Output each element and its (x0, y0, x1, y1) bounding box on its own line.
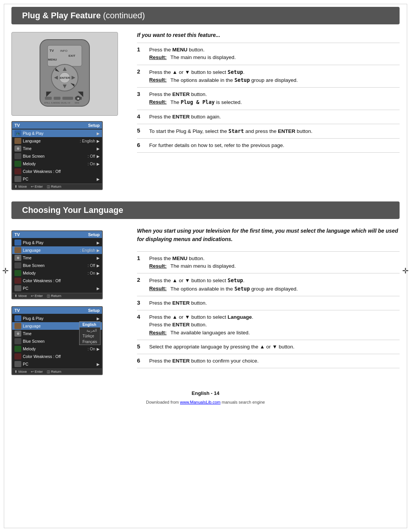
section2-left: TV Setup Plug & Play ▶ Language : Englis… (11, 227, 126, 375)
menu-icon-6 (14, 168, 21, 174)
step-1-4: 4 Press the ENTER button again. (137, 110, 400, 124)
step-content: Press the ENTER button again. (149, 113, 400, 121)
step-content: Press the ▲ or ▼ button to select Setup.… (149, 68, 400, 85)
svg-text:DUAL I-II: DUAL I-II (61, 102, 70, 104)
step-content: Press the ▲ or ▼ button to select Setup.… (149, 276, 400, 293)
menu2-icon-7 (14, 285, 21, 291)
step-num: 5 (137, 127, 144, 134)
svg-text:INFO: INFO (60, 49, 67, 53)
step-num: 2 (137, 276, 144, 283)
footer-return: ◫ Return (47, 185, 62, 189)
tv-menu-1: TV Setup 📺 Plug & Play ▶ Language : Engl… (11, 121, 103, 190)
tv-menu-3-body: Plug & Play ▶ Language : English العربية… (12, 314, 102, 369)
step-content: Press the ENTER button. Result: The Plug… (149, 91, 400, 107)
menu2-row-language: Language : English ▶ (12, 246, 102, 254)
step-1-3: 3 Press the ENTER button. Result: The Pl… (137, 87, 400, 110)
step-num: 5 (137, 343, 144, 350)
section2-intro: When you start using your television for… (137, 227, 400, 244)
page-number: English - 14 (192, 390, 220, 396)
step-num: 3 (137, 299, 144, 306)
download-link[interactable]: www.ManualsLib.com (180, 400, 220, 404)
setup-label-3: Setup (88, 308, 100, 313)
step-content: Press the MENU button. Result: The main … (149, 255, 400, 270)
menu3-icon-7 (14, 361, 21, 367)
menu-icon-1: 📺 (14, 130, 21, 136)
section2-title: Choosing Your Language (22, 205, 389, 215)
page-footer: English - 14 (0, 387, 411, 400)
step-num: 6 (137, 142, 144, 148)
cross-right-marker: ✛ (402, 266, 409, 275)
step-2-6: 6 Press the ENTER button to confirm your… (137, 354, 400, 368)
cross-left-marker: ✛ (2, 266, 9, 275)
menu2-row-time: ⚙ Time ▶ (12, 254, 102, 262)
svg-rect-17 (62, 97, 73, 100)
menu-icon-2 (14, 138, 21, 144)
menu3-row-pc: PC ▶ (12, 360, 102, 368)
svg-text:◉: ◉ (77, 97, 80, 100)
menu-row-plug-play: 📺 Plug & Play ▶ (12, 129, 102, 137)
step-2-4: 4 Press the ▲ or ▼ button to select Lang… (137, 310, 400, 340)
tv-menu-3: TV Setup Plug & Play ▶ Language : (11, 306, 103, 375)
section2-right: When you start using your television for… (137, 227, 400, 375)
step-num: 3 (137, 91, 144, 97)
menu-row-pc: PC ▶ (12, 175, 102, 183)
menu3-icon-2 (14, 323, 21, 329)
svg-text:S.MODE: S.MODE (51, 102, 60, 104)
svg-rect-15 (45, 97, 52, 100)
menu3-row-language: Language : English العربية Türkçe França… (12, 322, 102, 330)
section2-steps: 1 Press the MENU button. Result: The mai… (137, 251, 400, 369)
menu-row-melody: Melody : On ▶ (12, 160, 102, 168)
svg-text:MENU: MENU (48, 58, 57, 61)
section2-header: Choosing Your Language (11, 201, 400, 219)
menu3-row-colorweakness: Color Weakness : Off (12, 353, 102, 360)
step-num: 1 (137, 255, 144, 261)
tv-label-1: TV (14, 123, 20, 128)
step-content: Press the MENU button. Result: The main … (149, 46, 400, 62)
menu2-row-pc: PC ▶ (12, 284, 102, 292)
step-content: Press the ENTER button. (149, 299, 400, 307)
section1-steps: 1 Press the MENU button. Result: The mai… (137, 43, 400, 153)
menu-row-colorweakness: Color Weakness : Off (12, 168, 102, 175)
tv-label-3: TV (14, 308, 20, 313)
svg-text:STILL: STILL (44, 102, 51, 104)
menu-row-blue-screen: Blue Screen : Off ▶ (12, 152, 102, 160)
step-num: 4 (137, 113, 144, 120)
menu3-icon-5 (14, 346, 21, 352)
footer-move: ⬆ Move (14, 185, 27, 189)
section2-content: TV Setup Plug & Play ▶ Language : Englis… (0, 219, 411, 383)
section1-content: TV INFO MENU EXIT ENTER (0, 24, 411, 198)
menu2-icon-3: ⚙ (14, 255, 21, 261)
step-1-5: 5 To start the Plug & Play, select the S… (137, 124, 400, 138)
lang-english: English (80, 322, 100, 328)
menu2-row-colorweakness: Color Weakness : Off (12, 277, 102, 284)
setup-label-2: Setup (88, 232, 100, 237)
menu-icon-5 (14, 161, 21, 167)
step-2-5: 5 Select the appropriate language by pre… (137, 340, 400, 354)
menu-row-language: Language : English ▶ (12, 137, 102, 145)
menu3-icon-6 (14, 353, 21, 359)
menu2-icon-6 (14, 278, 21, 284)
step-1-1: 1 Press the MENU button. Result: The mai… (137, 43, 400, 65)
tv-menu-2-footer: ⬆ Move ↩ Enter ◫ Return (12, 293, 102, 299)
tv-menu-1-body: 📺 Plug & Play ▶ Language : English ▶ ⚙ T… (12, 129, 102, 184)
two-menus-container: TV Setup Plug & Play ▶ Language : Englis… (11, 227, 126, 375)
step-num: 4 (137, 313, 144, 320)
menu2-icon-5 (14, 270, 21, 276)
tv-menu-2: TV Setup Plug & Play ▶ Language : Englis… (11, 230, 103, 299)
menu-icon-7 (14, 176, 21, 182)
menu3-row-melody: Melody : On ▶ (12, 345, 102, 353)
menu-icon-4 (14, 153, 21, 159)
step-content: Select the appropriate language by press… (149, 343, 400, 351)
menu3-icon-3: ⚙ (14, 331, 21, 337)
tv-menu-3-header: TV Setup (12, 307, 102, 314)
menu2-row-blue: Blue Screen : Off ▶ (12, 262, 102, 269)
download-suffix: manuals search engine (220, 400, 265, 404)
svg-text:SRS: SRS (75, 102, 79, 104)
lang-arabic: العربية (80, 328, 100, 333)
menu2-row-plug: Plug & Play ▶ (12, 239, 102, 246)
step-1-2: 2 Press the ▲ or ▼ button to select Setu… (137, 65, 400, 88)
tv-menu-1-header: TV Setup (12, 122, 102, 129)
footer-enter: ↩ Enter (31, 185, 43, 189)
step-2-1: 1 Press the MENU button. Result: The mai… (137, 251, 400, 273)
remote-image: TV INFO MENU EXIT ENTER (11, 32, 118, 116)
